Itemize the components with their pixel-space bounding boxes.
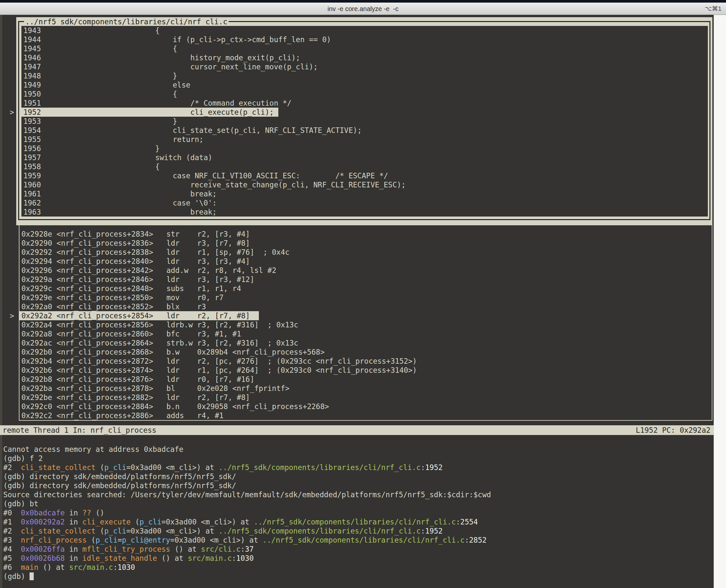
window-shortcut-badge: ⌥⌘1 [705,3,722,15]
console-line: #5 0x00026b68 in idle_state_handle () at… [0,554,714,563]
asm-current-line-marker: > [10,311,16,320]
source-line: 1944 if (p_cli->p_ctx->cmd_buff_len == 0… [21,35,708,44]
console-line: (gdb) [0,572,714,581]
asm-line: 0x2929a <nrf_cli_process+2846> ldr r3, [… [19,275,712,284]
source-line: 1950 { [21,89,708,99]
terminal-scrollbar[interactable] [714,15,726,588]
source-line: 1953 } [21,117,708,126]
asm-line: 0x29296 <nrf_cli_process+2842> add.w r2,… [19,266,712,275]
console-line: #4 0x00026ffa in mflt_cli_try_process ()… [0,545,714,554]
asm-line: 0x2929e <nrf_cli_process+2850> mov r0, r… [19,293,712,302]
console-line: #3 nrf_cli_process (p_cli=p_cli@entry=0x… [0,536,714,545]
window-title: inv -e core.analyze -e -c [0,3,726,15]
terminal-content[interactable]: ../nrf5_sdk/components/libraries/cli/nrf… [0,15,726,588]
asm-line: 0x292a0 <nrf_cli_process+2852> blx r3 [19,302,712,311]
terminal-screen: inv -e core.analyze -e -c ⌥⌘1 ../nrf5_sd… [0,0,726,588]
disassembly-area: 0x2928e <nrf_cli_process+2834> str r2, [… [19,230,712,420]
source-line: 1954 cli_state_set(p_cli, NRF_CLI_STATE_… [21,126,708,135]
source-current-line-marker: > [10,108,16,117]
tui-status-bar: remote Thread 1 In: nrf_cli_process L195… [0,425,714,435]
console-line: (gdb) directory sdk/embedded/platforms/n… [0,472,714,481]
asm-line: 0x292a4 <nrf_cli_process+2856> ldrb.w r3… [19,320,712,329]
window-titlebar[interactable]: inv -e core.analyze -e -c ⌥⌘1 [0,3,726,15]
gdb-console[interactable]: Cannot access memory at address 0xbadcaf… [0,445,714,581]
tui-asm-window[interactable]: 0x2928e <nrf_cli_process+2834> str r2, [… [19,225,712,421]
source-line: 1945 { [21,44,708,53]
status-thread-info: remote Thread 1 In: nrf_cli_process [3,425,156,435]
console-line: (gdb) bt [0,499,714,508]
console-line: #2 cli_state_collect (p_cli=0x3ad00 <m_c… [0,526,714,536]
source-line: 1961 break; [21,189,708,198]
asm-line: 0x292ac <nrf_cli_process+2864> strb.w r3… [19,338,712,348]
asm-line: 0x2928e <nrf_cli_process+2834> str r2, [… [19,230,712,238]
source-line: 1946 history_mode_exit(p_cli); [21,53,708,62]
console-line: #0 0x0badcafe in ?? () [0,508,714,517]
source-line: 1963 break; [21,207,708,216]
source-line: 1943 { [21,26,708,35]
source-line: 1951 /* Command execution */ [21,99,708,108]
source-file-title: ../nrf5_sdk/components/libraries/cli/nrf… [24,18,229,26]
source-line: 1959 case NRF_CLI_VT100_ASCII_ESC: /* ES… [21,171,708,180]
source-line: 1957 switch (data) [21,153,708,162]
asm-line: 0x292ba <nrf_cli_process+2878> bl 0x2e02… [19,384,712,393]
source-line: 1955 return; [21,135,708,144]
console-line: #2 cli_state_collect (p_cli=0x3ad00 <m_c… [0,463,714,472]
source-line: 1958 { [21,162,708,171]
asm-line: 0x292c2 <nrf_cli_process+2886> adds r4, … [19,411,712,420]
source-line: 1956 } [21,144,708,153]
asm-line: 0x292a2 <nrf_cli_process+2854> ldr r2, [… [19,311,712,320]
asm-line: 0x292b0 <nrf_cli_process+2868> b.w 0x289… [19,348,712,357]
asm-line: 0x292c0 <nrf_cli_process+2884> b.n 0x290… [19,402,712,411]
console-line: Source directories searched: /Users/tyle… [0,490,714,499]
source-line: 1949 else [21,80,708,89]
console-line: (gdb) f 2 [0,454,714,463]
asm-line: 0x29292 <nrf_cli_process+2838> ldr r1, [… [19,248,712,257]
source-line: 1947 cursor_next_line_move(p_cli); [21,62,708,71]
console-line: #6 main () at src/main.c:1030 [0,563,714,572]
asm-line: 0x292b4 <nrf_cli_process+2872> ldr r2, [… [19,357,712,365]
source-code-area: 1943 {1944 if (p_cli->p_ctx->cmd_buff_le… [21,26,708,216]
asm-line: 0x292a8 <nrf_cli_process+2860> bfc r3, #… [19,329,712,338]
source-line: 1948 } [21,71,708,80]
status-line-pc-info: L1952 PC: 0x292a2 [636,425,710,435]
terminal-cursor [29,572,34,580]
tui-source-window[interactable]: ../nrf5_sdk/components/libraries/cli/nrf… [16,17,712,225]
desktop-edge [0,0,726,3]
asm-line: 0x292b8 <nrf_cli_process+2876> ldr r0, [… [19,375,712,384]
asm-line: 0x29290 <nrf_cli_process+2836> ldr r3, [… [19,238,712,248]
console-line: (gdb) directory sdk/embedded/platforms/n… [0,481,714,490]
asm-line: 0x292b6 <nrf_cli_process+2874> ldr r1, [… [19,365,712,375]
console-line: #1 0x000292a2 in cli_execute (p_cli=0x3a… [0,517,714,526]
asm-line: 0x29294 <nrf_cli_process+2840> ldr r3, [… [19,257,712,266]
console-line: Cannot access memory at address 0xbadcaf… [0,445,714,454]
source-line: 1952 cli_execute(p_cli); [21,108,708,117]
asm-line: 0x292be <nrf_cli_process+2882> ldr r2, [… [19,393,712,402]
source-line: 1962 case '\0': [21,198,708,207]
source-line: 1960 receive_state_change(p_cli, NRF_CLI… [21,180,708,189]
asm-line: 0x2929c <nrf_cli_process+2848> subs r1, … [19,284,712,293]
